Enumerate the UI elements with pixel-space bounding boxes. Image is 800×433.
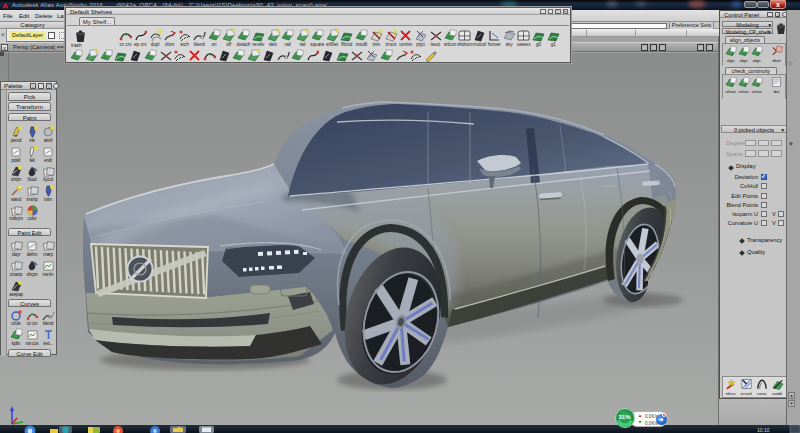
svg-text:10:10: 10:10 bbox=[757, 427, 770, 433]
